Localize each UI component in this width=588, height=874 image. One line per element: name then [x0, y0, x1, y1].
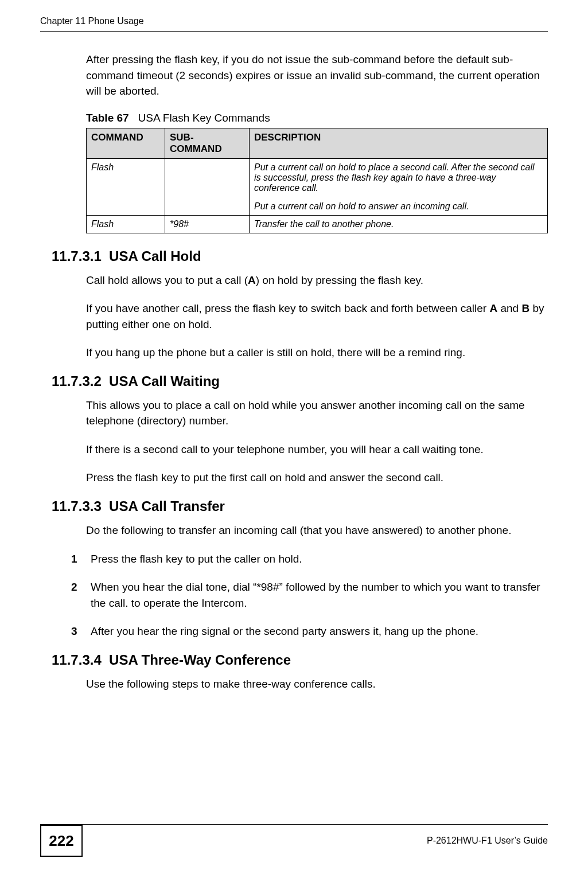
transfer-steps: Press the flash key to put the caller on… [86, 551, 548, 639]
list-item: Press the flash key to put the caller on… [71, 551, 548, 567]
list-item: When you hear the dial tone, dial “*98#”… [71, 579, 548, 611]
section-heading-three-way: 11.7.3.4 USA Three-Way Conference [52, 652, 548, 668]
table-caption-label: Table 67 [86, 112, 129, 124]
section-heading-call-transfer: 11.7.3.3 USA Call Transfer [52, 498, 548, 514]
running-header: Chapter 11 Phone Usage [40, 16, 548, 26]
cell-command: Flash [87, 215, 165, 233]
cell-description: Put a current call on hold to place a se… [250, 158, 548, 215]
table-row: Flash *98# Transfer the call to another … [87, 215, 548, 233]
cell-subcommand: *98# [165, 215, 250, 233]
cell-command: Flash [87, 158, 165, 215]
page-footer: 222 P-2612HWU-F1 User’s Guide [40, 824, 548, 857]
guide-title: P-2612HWU-F1 User’s Guide [83, 836, 548, 846]
paragraph: Press the flash key to put the first cal… [86, 470, 548, 486]
cell-subcommand [165, 158, 250, 215]
paragraph: Call hold allows you to put a call (A) o… [86, 272, 548, 288]
paragraph: If you have another call, press the flas… [86, 301, 548, 332]
section-heading-call-waiting: 11.7.3.2 USA Call Waiting [52, 373, 548, 389]
list-item: After you hear the ring signal or the se… [71, 623, 548, 639]
paragraph: This allows you to place a call on hold … [86, 397, 548, 429]
paragraph: Use the following steps to make three-wa… [86, 676, 548, 692]
paragraph: Do the following to transfer an incoming… [86, 522, 548, 539]
chapter-title: Chapter 11 Phone Usage [40, 16, 144, 26]
table-header-row: COMMAND SUB-COMMAND DESCRIPTION [87, 128, 548, 158]
intro-paragraph: After pressing the flash key, if you do … [86, 52, 548, 99]
table-caption-text: USA Flash Key Commands [138, 112, 270, 124]
table-row: Flash Put a current call on hold to plac… [87, 158, 548, 215]
paragraph: If you hang up the phone but a caller is… [86, 345, 548, 361]
flash-commands-table: COMMAND SUB-COMMAND DESCRIPTION Flash Pu… [86, 128, 548, 233]
header-rule [40, 31, 548, 32]
col-subcommand: SUB-COMMAND [165, 128, 250, 158]
paragraph: If there is a second call to your teleph… [86, 442, 548, 458]
page-number: 222 [40, 825, 83, 857]
col-description: DESCRIPTION [250, 128, 548, 158]
col-command: COMMAND [87, 128, 165, 158]
table-caption: Table 67 USA Flash Key Commands [86, 112, 548, 124]
cell-description: Transfer the call to another phone. [250, 215, 548, 233]
section-heading-call-hold: 11.7.3.1 USA Call Hold [52, 248, 548, 264]
